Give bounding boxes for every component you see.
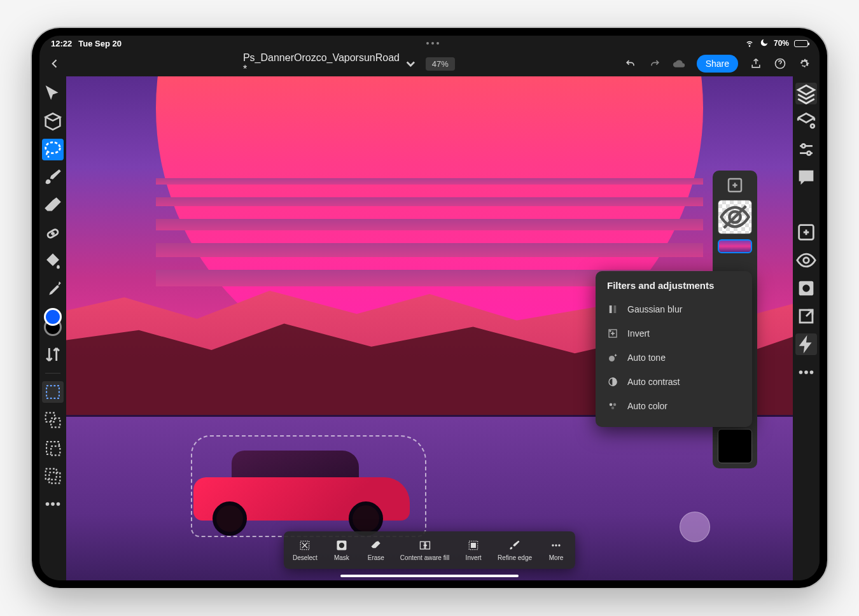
svg-point-18 <box>610 331 611 332</box>
svg-point-23 <box>611 407 615 410</box>
svg-point-34 <box>811 124 814 128</box>
svg-rect-9 <box>49 472 60 483</box>
filter-auto-color[interactable]: Auto color <box>596 394 752 418</box>
share-button[interactable]: Share <box>697 55 738 73</box>
action-deselect[interactable]: Deselect <box>286 536 324 564</box>
wifi-icon <box>744 38 755 50</box>
transform-tool[interactable] <box>42 111 64 132</box>
refine-icon <box>508 539 521 552</box>
layer-thumb-2[interactable] <box>718 239 752 253</box>
fill-tool[interactable] <box>42 251 64 272</box>
svg-point-11 <box>51 502 55 506</box>
settings-button[interactable] <box>798 57 811 70</box>
undo-button[interactable] <box>624 57 637 70</box>
svg-rect-30 <box>471 543 476 548</box>
auto-contrast-icon <box>607 376 618 388</box>
svg-point-40 <box>802 284 809 291</box>
swap-colors[interactable] <box>42 344 64 365</box>
more-right[interactable] <box>795 361 817 383</box>
home-indicator[interactable] <box>340 575 519 577</box>
marquee-rect-tool[interactable] <box>42 381 64 403</box>
more-tools[interactable] <box>42 493 64 515</box>
document-title[interactable]: Ps_DannerOrozco_VaporsunRoad * <box>243 52 418 75</box>
svg-point-33 <box>558 544 560 546</box>
help-button[interactable] <box>774 57 786 70</box>
svg-point-44 <box>810 370 814 374</box>
heal-tool[interactable] <box>42 223 64 244</box>
filters-popover: Filters and adjustments Gaussian blur In… <box>596 271 752 427</box>
status-time: 12:22 <box>51 39 72 48</box>
svg-point-38 <box>804 258 809 263</box>
content-aware-icon <box>418 539 431 552</box>
invert-selection-icon <box>467 539 480 552</box>
action-more[interactable]: More <box>540 536 573 564</box>
svg-rect-15 <box>610 305 612 313</box>
marquee-subtract-tool[interactable] <box>42 437 64 459</box>
svg-rect-16 <box>614 305 617 313</box>
filter-label: Auto contrast <box>627 377 680 387</box>
layer-thumb-bg[interactable] <box>718 429 752 463</box>
layer-properties-button[interactable] <box>795 111 817 132</box>
filter-invert[interactable]: Invert <box>596 321 752 346</box>
svg-point-10 <box>46 502 50 506</box>
filter-auto-contrast[interactable]: Auto contrast <box>596 370 752 394</box>
marquee-intersect-tool[interactable] <box>42 465 64 487</box>
cloud-icon[interactable] <box>673 57 685 70</box>
filter-gaussian-blur[interactable]: Gaussian blur <box>596 297 752 321</box>
document-title-label: Ps_DannerOrozco_VaporsunRoad * <box>243 52 400 75</box>
status-date: Tue Sep 20 <box>78 39 122 48</box>
app-header: Ps_DannerOrozco_VaporsunRoad * 47% Share <box>39 51 820 76</box>
canvas[interactable]: Filters and adjustments Gaussian blur In… <box>66 76 793 580</box>
filter-auto-tone[interactable]: Auto tone <box>596 346 752 370</box>
more-icon <box>550 539 562 552</box>
add-image-button[interactable] <box>795 221 817 243</box>
action-erase[interactable]: Erase <box>360 536 393 564</box>
filter-label: Invert <box>627 328 650 339</box>
action-content-aware-fill[interactable]: Content aware fill <box>394 536 456 564</box>
add-layer-button[interactable] <box>718 176 752 195</box>
brush-tool[interactable] <box>42 167 64 188</box>
visibility-button[interactable] <box>795 249 817 271</box>
selection-marquee <box>191 435 426 537</box>
filter-label: Gaussian blur <box>627 304 682 314</box>
action-invert[interactable]: Invert <box>457 536 490 564</box>
svg-rect-3 <box>46 386 59 398</box>
mask-panel-button[interactable] <box>795 277 817 299</box>
zoom-level[interactable]: 47% <box>426 57 455 71</box>
filter-label: Auto tone <box>627 353 666 363</box>
marquee-add-tool[interactable] <box>42 409 64 431</box>
layers-button[interactable] <box>795 83 817 104</box>
popover-title: Filters and adjustments <box>596 280 752 297</box>
multitask-dots[interactable] <box>122 42 744 45</box>
move-tool[interactable] <box>42 83 64 104</box>
svg-point-36 <box>807 151 811 155</box>
svg-point-43 <box>804 370 808 374</box>
export-button[interactable] <box>750 57 762 70</box>
eraser-tool[interactable] <box>42 195 64 216</box>
svg-point-42 <box>799 370 803 374</box>
foreground-color[interactable] <box>44 308 62 326</box>
invert-icon <box>607 328 618 339</box>
back-button[interactable] <box>48 57 61 70</box>
svg-point-22 <box>613 403 617 407</box>
eyedropper-tool[interactable] <box>42 279 64 300</box>
layer-thumb-1[interactable] <box>718 200 752 234</box>
comments-button[interactable] <box>795 167 817 188</box>
adjustments-button[interactable] <box>795 139 817 160</box>
svg-point-31 <box>552 544 554 546</box>
action-mask[interactable]: Mask <box>325 536 358 564</box>
mask-icon <box>335 539 348 552</box>
lasso-tool[interactable] <box>42 139 64 160</box>
fx-button[interactable] <box>795 333 817 355</box>
selection-action-bar: Deselect Mask Erase Content aware fill <box>284 531 575 569</box>
touch-indicator <box>680 512 710 542</box>
battery-icon <box>794 40 808 47</box>
redo-button[interactable] <box>648 57 661 70</box>
svg-point-19 <box>609 356 615 361</box>
export-panel-button[interactable] <box>795 305 817 327</box>
status-bar: 12:22 Tue Sep 20 70% <box>39 36 820 51</box>
action-refine-edge[interactable]: Refine edge <box>491 536 538 564</box>
screen: 12:22 Tue Sep 20 70% Ps_DannerOro <box>39 36 820 580</box>
svg-point-1 <box>46 143 60 153</box>
battery-percent: 70% <box>774 39 789 48</box>
